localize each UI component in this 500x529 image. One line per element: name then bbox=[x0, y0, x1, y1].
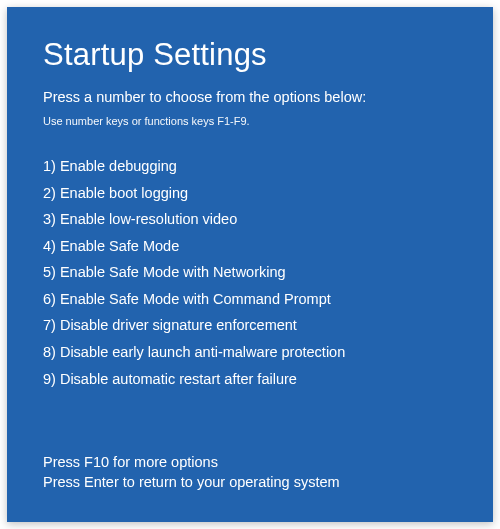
option-enable-debugging[interactable]: 1) Enable debugging bbox=[43, 157, 457, 177]
keyboard-hint: Use number keys or functions keys F1-F9. bbox=[43, 115, 457, 127]
return-hint[interactable]: Press Enter to return to your operating … bbox=[43, 474, 457, 490]
option-enable-safe-mode-networking[interactable]: 5) Enable Safe Mode with Networking bbox=[43, 263, 457, 283]
option-enable-safe-mode-command-prompt[interactable]: 6) Enable Safe Mode with Command Prompt bbox=[43, 290, 457, 310]
option-enable-boot-logging[interactable]: 2) Enable boot logging bbox=[43, 184, 457, 204]
option-disable-driver-signature-enforcement[interactable]: 7) Disable driver signature enforcement bbox=[43, 316, 457, 336]
option-disable-early-launch-anti-malware[interactable]: 8) Disable early launch anti-malware pro… bbox=[43, 343, 457, 363]
option-disable-automatic-restart[interactable]: 9) Disable automatic restart after failu… bbox=[43, 370, 457, 390]
option-enable-low-resolution-video[interactable]: 3) Enable low-resolution video bbox=[43, 210, 457, 230]
page-title: Startup Settings bbox=[43, 37, 457, 73]
subtitle: Press a number to choose from the option… bbox=[43, 89, 457, 105]
options-list: 1) Enable debugging 2) Enable boot loggi… bbox=[43, 157, 457, 389]
footer: Press F10 for more options Press Enter t… bbox=[43, 454, 457, 498]
more-options-hint[interactable]: Press F10 for more options bbox=[43, 454, 457, 470]
startup-settings-screen: Startup Settings Press a number to choos… bbox=[7, 7, 493, 522]
option-enable-safe-mode[interactable]: 4) Enable Safe Mode bbox=[43, 237, 457, 257]
